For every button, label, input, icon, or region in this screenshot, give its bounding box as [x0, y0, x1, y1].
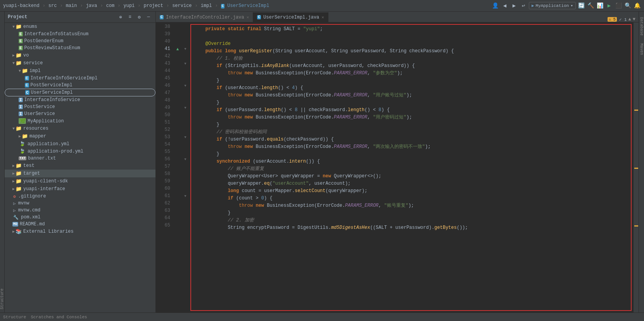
breadcrumb-java[interactable]: java: [86, 3, 97, 9]
tree-settings-icon[interactable]: ⚙: [135, 13, 143, 21]
tree-item-PostServiceImpl[interactable]: C PostServiceImpl: [5, 82, 155, 89]
breadcrumb-src[interactable]: src: [48, 3, 57, 9]
tree-item-InterfaceInfoService[interactable]: I InterfaceInfoService: [5, 96, 155, 103]
tree-item-readme[interactable]: MD README.md: [5, 221, 155, 228]
breadcrumb-project2[interactable]: project: [144, 3, 163, 9]
tree-item-yuapi-interface[interactable]: ▶ 📁 yuapi-interface: [5, 185, 155, 193]
code-line-58: QueryWrapper<User> queryWrapper = new Qu…: [194, 173, 628, 180]
fold-gutter: ▼ ▼ ▼ ▼: [182, 22, 189, 312]
tree-item-resources[interactable]: ▼ 📁 resources: [5, 125, 155, 132]
tree-item-InterfaceInfoStatusEnum[interactable]: E InterfaceInfoStatusEnum: [5, 31, 155, 38]
tree-item-InterfaceInfoServiceImpl[interactable]: C InterfaceInfoServiceImpl: [5, 75, 155, 82]
warning-marker-3: [634, 225, 638, 227]
error-count: ✓ 1: [619, 17, 627, 22]
tree-item-MyApplication[interactable]: 🌿 MyApplication: [5, 117, 155, 125]
line-gutter: 38 39 40 41 42 43 44 45 46 47 48 49 50 5…: [156, 22, 189, 312]
scrollbar-panel[interactable]: [633, 22, 639, 312]
code-line-57: // 账户不能重复: [194, 165, 628, 173]
tree-item-vo[interactable]: ▶ 📁 vo: [5, 51, 155, 59]
tree-item-target[interactable]: ▶ 📁 target: [5, 170, 155, 177]
breadcrumb-project[interactable]: yuapi-backend: [3, 3, 40, 9]
tree-item-PostReviewStatusEnum[interactable]: E PostReviewStatusEnum: [5, 45, 155, 51]
project-header: Project ⊕ ≡ ⚙ —: [5, 12, 155, 23]
notification-icon[interactable]: 🔔: [633, 2, 641, 10]
tree-item-test[interactable]: ▶ 📁 test: [5, 162, 155, 170]
stop-icon[interactable]: ⬛: [615, 2, 622, 10]
search-icon[interactable]: 🔍: [624, 2, 632, 10]
profile-icon[interactable]: 👤: [492, 2, 499, 10]
tree-item-UserService[interactable]: I UserService: [5, 110, 155, 117]
code-line-44: throw new BusinessException(ErrorCode.PA…: [194, 70, 628, 77]
locate-file-icon[interactable]: ⊕: [117, 13, 124, 21]
undo-icon[interactable]: ↩: [520, 2, 527, 10]
tree-item-UserServiceImpl[interactable]: C UserServiceImpl: [5, 89, 155, 96]
main-content: Structure Project ⊕ ≡ ⚙ — ▼ 📁 enums E In…: [0, 12, 644, 312]
code-line-55: }: [194, 151, 628, 158]
breadcrumb-main[interactable]: main: [66, 3, 77, 9]
code-line-43: if (StringUtils.isAnyBlank(userAccount, …: [194, 62, 628, 70]
tab-InterfaceInfoController[interactable]: C InterfaceInfoController.java ✕: [156, 12, 253, 22]
tree-item-gitignore[interactable]: ⚙ .gitignore: [5, 193, 155, 200]
code-line-40: @Override: [194, 40, 628, 48]
scratches-label[interactable]: Scratches and Consoles: [31, 315, 87, 319]
code-line-64: // 2. 加密: [194, 217, 628, 224]
breadcrumb-class[interactable]: C UserServiceImpl: [221, 3, 269, 9]
tree-item-application-yml[interactable]: 🍃 application.yml: [5, 140, 155, 148]
code-line-47: throw new BusinessException(ErrorCode.PA…: [194, 92, 628, 99]
code-line-61: if (count > 0) {: [194, 195, 628, 202]
run-icon[interactable]: ▶: [605, 2, 613, 10]
right-panel: Database Maven: [639, 12, 644, 312]
close-tab-UserServiceImpl[interactable]: ✕: [321, 15, 324, 20]
code-line-41: public long userRegister(String userAcco…: [194, 48, 628, 55]
code-line-51: }: [194, 121, 628, 129]
code-line-42: // 1. 校验: [194, 55, 628, 62]
code-line-59: queryWrapper.eq("userAccount", userAccou…: [194, 180, 628, 187]
collapse-all-icon[interactable]: ≡: [126, 13, 134, 21]
breadcrumb-impl[interactable]: impl: [201, 3, 212, 9]
breadcrumb-service[interactable]: service: [172, 3, 192, 9]
maven-label[interactable]: Maven: [639, 43, 644, 55]
forward-icon[interactable]: ▶: [510, 2, 518, 10]
code-line-52: // 密码和校验密码相同: [194, 129, 628, 136]
tree-item-application-prod-yml[interactable]: 🍃 application-prod.yml: [5, 148, 155, 155]
code-line-56: synchronized (userAccount.intern()) {: [194, 158, 628, 165]
breadcrumb-bar: yuapi-backend › src › main › java › com …: [0, 0, 644, 12]
tree-item-external-libraries[interactable]: ▶ 📚 External Libraries: [5, 228, 155, 235]
warning-marker-1: [634, 110, 638, 111]
code-line-48: }: [194, 99, 628, 106]
tree-item-PostGenderEnum[interactable]: E PostGenderEnum: [5, 38, 155, 45]
tree-item-impl-folder[interactable]: ▼ 📁 impl: [5, 67, 155, 75]
tree-item-service[interactable]: ▼ 📁 service: [5, 59, 155, 67]
tree-item-enums[interactable]: ▼ 📁 enums: [5, 23, 155, 31]
database-label[interactable]: Database: [639, 17, 644, 36]
close-panel-icon[interactable]: —: [145, 13, 152, 21]
code-line-46: if (userAccount.length() < 4) {: [194, 84, 628, 92]
code-line-65: String encryptPassword = DigestUtils.md5…: [194, 224, 628, 232]
code-editor-wrapper: 38 39 40 41 42 43 44 45 46 47 48 49 50 5…: [156, 22, 639, 312]
tree-item-mapper[interactable]: ▶ 📁 mapper: [5, 132, 155, 140]
back-icon[interactable]: ◀: [501, 2, 509, 10]
tree-item-pom-xml[interactable]: 🔧 pom.xml: [5, 214, 155, 221]
tree-item-mvnw-cmd[interactable]: ▷ mvnw.cmd: [5, 207, 155, 214]
project-title: Project: [8, 14, 27, 20]
code-line-45: }: [194, 77, 628, 84]
code-line-53: if (!userPassword.equals(checkPassword))…: [194, 136, 628, 143]
build-icon[interactable]: 🔨: [587, 2, 594, 10]
breadcrumb-com[interactable]: com: [106, 3, 115, 9]
tree-item-banner-txt[interactable]: TXT banner.txt: [5, 155, 155, 162]
coverage-icon[interactable]: 📊: [596, 2, 604, 10]
breadcrumb-yupi[interactable]: yupi: [123, 3, 135, 9]
structure-bottom-label[interactable]: Structure: [3, 315, 26, 319]
tree-item-mvnw[interactable]: ▷ mvnw: [5, 200, 155, 207]
tree-item-PostService[interactable]: I PostService: [5, 103, 155, 110]
code-line-63: }: [194, 209, 628, 217]
tab-UserServiceImpl[interactable]: C UserServiceImpl.java ✕: [253, 12, 328, 22]
run-config-selector[interactable]: ▶ MyApplication ▾: [529, 2, 576, 9]
reload-icon[interactable]: 🔄: [577, 2, 585, 10]
code-bordered-box[interactable]: private static final String SALT = "yupi…: [190, 24, 632, 311]
tree-item-yuapi-client-sdk[interactable]: ▶ 📁 yuapi-client-sdk: [5, 177, 155, 185]
structure-label: Structure: [0, 288, 4, 309]
close-tab-InterfaceInfoController[interactable]: ✕: [247, 15, 249, 20]
code-line-39: [194, 33, 628, 40]
warning-badge: ⚠ 5: [608, 17, 617, 22]
